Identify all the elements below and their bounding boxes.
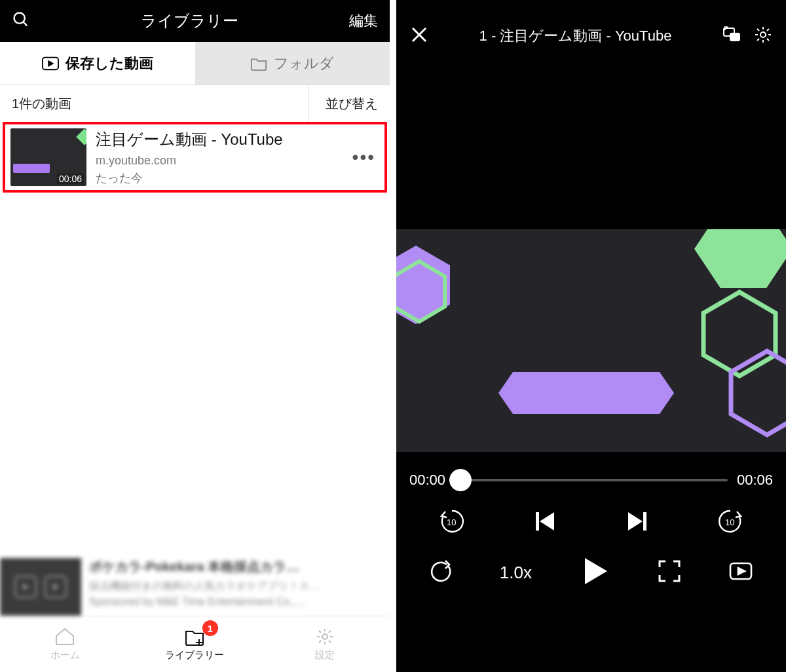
fullscreen-icon[interactable] (656, 558, 683, 587)
video-frame[interactable] (396, 229, 786, 452)
svg-point-0 (14, 13, 25, 24)
library-header: ライブラリー 編集 (0, 0, 390, 42)
video-list-item[interactable]: 00:06 注目ゲーム動画 - YouTube m.youtube.com たっ… (3, 122, 387, 193)
svg-rect-22 (643, 512, 646, 531)
player-header: 1 - 注目ゲーム動画 - YouTube (396, 0, 786, 72)
svg-rect-10 (730, 33, 739, 41)
svg-rect-19 (536, 512, 539, 531)
playlist-icon[interactable] (728, 558, 754, 587)
svg-text:10: 10 (725, 517, 734, 527)
library-pane: ライブラリー 編集 保存した動画 フォルダ 1件の動画 並び替え 00:06 注… (0, 0, 390, 672)
sort-button[interactable]: 並び替え (308, 85, 378, 122)
svg-marker-14 (694, 229, 786, 288)
rewind-10-icon[interactable]: 10 (438, 507, 466, 538)
ad-banner[interactable]: ポケカラ-Pokekara 本格採点カラ… 採点機能付きの無料の人気カラオケアプ… (0, 553, 390, 616)
ad-sponsor: Sponsored by M&E Time Entertainment Co.,… (89, 596, 383, 608)
svg-marker-13 (396, 261, 445, 322)
player-title: 1 - 注目ゲーム動画 - YouTube (479, 26, 672, 46)
nav-badge: 1 (202, 620, 218, 636)
svg-marker-21 (628, 512, 643, 531)
controls-secondary: 1.0x (396, 550, 786, 604)
nav-home-label: ホーム (50, 649, 80, 662)
svg-text:10: 10 (447, 517, 456, 527)
tab-saved-label: 保存した動画 (66, 54, 153, 73)
forward-10-icon[interactable]: 10 (716, 507, 745, 538)
more-icon[interactable]: ••• (348, 147, 379, 168)
nav-library[interactable]: 1 ライブラリー (130, 616, 259, 672)
tab-saved-videos[interactable]: 保存した動画 (0, 42, 195, 84)
time-total: 00:06 (737, 472, 773, 489)
list-header: 1件の動画 並び替え (0, 85, 390, 122)
edit-button[interactable]: 編集 (349, 11, 378, 31)
video-timestamp: たった今 (96, 170, 339, 186)
tab-folder[interactable]: フォルダ (195, 42, 390, 84)
next-track-icon[interactable] (623, 507, 652, 538)
svg-marker-17 (498, 372, 674, 414)
player-pane: 1 - 注目ゲーム動画 - YouTube 00:00 00:06 10 (396, 0, 786, 672)
prev-track-icon[interactable] (531, 507, 559, 538)
video-thumbnail: 00:06 (10, 128, 86, 186)
svg-marker-24 (585, 558, 607, 584)
time-current: 00:00 (409, 472, 445, 489)
controls-primary: 10 10 (396, 495, 786, 550)
video-count: 1件の動画 (12, 95, 71, 113)
seek-bar[interactable] (455, 479, 728, 481)
nav-library-label: ライブラリー (165, 649, 224, 662)
repeat-icon[interactable] (428, 558, 455, 587)
library-tabs: 保存した動画 フォルダ (0, 42, 390, 85)
video-title: 注目ゲーム動画 - YouTube (96, 129, 339, 150)
svg-marker-3 (48, 61, 53, 65)
nav-settings[interactable]: 設定 (260, 616, 390, 672)
svg-line-1 (24, 22, 28, 26)
ad-title: ポケカラ-Pokekara 本格採点カラ… (89, 558, 383, 576)
svg-point-11 (760, 32, 766, 37)
gear-icon[interactable] (753, 25, 773, 47)
video-meta: 注目ゲーム動画 - YouTube m.youtube.com たった今 (96, 129, 339, 186)
seek-knob[interactable] (449, 469, 472, 491)
svg-marker-16 (731, 351, 786, 435)
svg-marker-20 (540, 512, 554, 531)
nav-home[interactable]: ホーム (0, 616, 130, 672)
video-duration: 00:06 (57, 174, 84, 184)
tab-folder-label: フォルダ (274, 54, 334, 73)
page-title: ライブラリー (141, 10, 238, 31)
close-icon[interactable] (409, 25, 429, 47)
progress-row: 00:00 00:06 (396, 452, 786, 495)
video-source: m.youtube.com (96, 154, 339, 168)
ad-thumbnail (0, 558, 81, 616)
playback-speed[interactable]: 1.0x (500, 563, 532, 583)
svg-marker-26 (738, 568, 745, 574)
pip-icon[interactable] (722, 25, 741, 47)
play-icon[interactable] (577, 554, 611, 591)
bottom-nav: ホーム 1 ライブラリー 設定 (0, 616, 390, 672)
svg-point-6 (322, 634, 328, 639)
svg-marker-4 (23, 584, 29, 590)
search-icon[interactable] (12, 10, 30, 31)
svg-marker-5 (53, 584, 59, 590)
ad-desc: 採点機能付きの無料の人気カラオケアプリ！ス… (89, 580, 383, 593)
nav-settings-label: 設定 (315, 649, 335, 662)
